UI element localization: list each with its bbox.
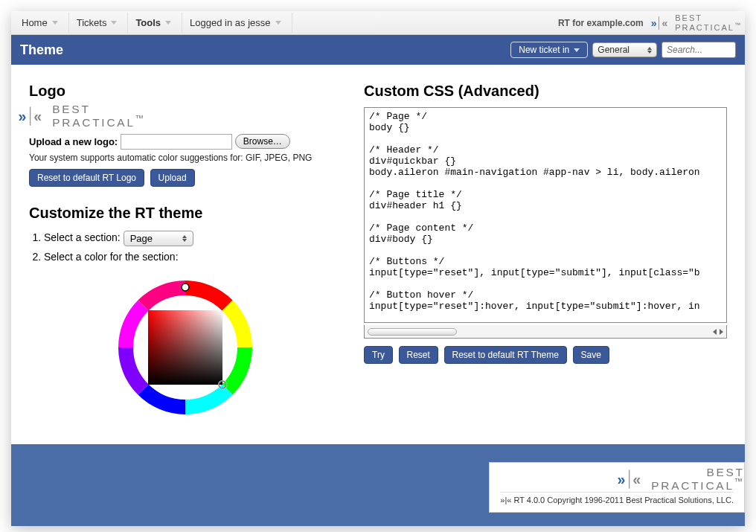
hue-marker	[182, 283, 189, 291]
menu-home-label: Home	[22, 17, 48, 28]
reset-theme-button[interactable]: Reset to default RT Theme	[444, 346, 567, 364]
search-input[interactable]	[662, 42, 736, 58]
app-window: Home Tickets Tools Logged in as jesse RT…	[11, 11, 745, 526]
chevron-left-icon: «	[632, 470, 641, 487]
customize-heading: Customize the RT theme	[29, 205, 342, 222]
brand-text-bottom: PRACTICAL	[675, 22, 734, 31]
horizontal-scrollbar[interactable]	[364, 325, 727, 339]
current-logo: » « BEST PRACTICAL™	[29, 107, 342, 125]
separator-icon	[659, 16, 659, 30]
step-1-label: Select a section:	[44, 231, 121, 243]
menu-tools-label: Tools	[135, 17, 161, 28]
trademark-icon: ™	[734, 22, 742, 28]
chevron-right-icon: »	[617, 470, 625, 487]
custom-css-textarea[interactable]	[364, 107, 727, 323]
scroll-right-icon[interactable]	[720, 329, 723, 335]
reset-logo-button[interactable]: Reset to default RT Logo	[29, 169, 144, 187]
step-2-label: Select a color for the section:	[44, 251, 179, 263]
menu-tickets-label: Tickets	[77, 17, 107, 28]
svg-rect-1	[148, 310, 222, 385]
upload-file-field[interactable]	[121, 134, 232, 150]
scroll-thumb[interactable]	[368, 328, 457, 336]
chevron-down-icon	[574, 48, 580, 52]
support-note: Your system supports automatic color sug…	[29, 153, 342, 163]
chevron-left-icon: «	[33, 108, 42, 124]
color-picker[interactable]	[29, 273, 342, 422]
brand-text-bottom: PRACTICAL	[651, 478, 734, 491]
queue-select-value: General	[598, 45, 630, 55]
left-column: Logo » « BEST PRACTICAL™ Upload a new lo…	[29, 80, 342, 422]
step-1: Select a section: Page	[44, 231, 342, 246]
page-header: Theme New ticket in General	[11, 35, 745, 65]
brand-text-bottom: PRACTICAL	[52, 116, 135, 129]
try-button[interactable]: Try	[364, 346, 393, 364]
section-select-value: Page	[130, 233, 153, 244]
separator-icon	[628, 469, 629, 488]
menu-home[interactable]: Home	[14, 13, 69, 33]
separator-icon	[30, 106, 31, 125]
page-title: Theme	[20, 42, 510, 58]
trademark-icon: ™	[135, 114, 146, 124]
step-2: Select a color for the section:	[44, 251, 342, 263]
logo-heading: Logo	[29, 83, 342, 100]
updown-icon	[182, 235, 187, 242]
menu-tickets[interactable]: Tickets	[69, 13, 129, 33]
upload-button[interactable]: Upload	[150, 169, 195, 187]
chevron-down-icon	[111, 21, 117, 25]
top-menubar: Home Tickets Tools Logged in as jesse RT…	[11, 11, 745, 35]
browse-button[interactable]: Browse…	[235, 134, 290, 149]
menu-tools[interactable]: Tools	[128, 13, 182, 33]
css-heading: Custom CSS (Advanced)	[364, 83, 727, 100]
chevron-right-icon: »	[651, 17, 657, 29]
section-select[interactable]: Page	[124, 231, 193, 246]
reset-button[interactable]: Reset	[399, 346, 438, 364]
upload-row: Upload a new logo: Browse…	[29, 134, 342, 150]
brand-logo: » « BEST PRACTICAL™	[651, 14, 742, 32]
customize-steps: Select a section: Page Select a color fo…	[29, 231, 342, 263]
brand-text-top: BEST	[651, 467, 745, 478]
updown-icon	[647, 47, 652, 54]
new-ticket-label: New ticket in	[519, 45, 569, 55]
save-button[interactable]: Save	[573, 346, 609, 364]
chevron-down-icon	[52, 21, 58, 25]
scroll-left-icon[interactable]	[713, 329, 717, 335]
footer-logo: » « BEST PRACTICAL™	[617, 467, 744, 491]
brand-text-top: BEST	[675, 14, 742, 22]
right-column: Custom CSS (Advanced) Try Reset Reset to…	[364, 80, 727, 422]
login-status-label: Logged in as jesse	[190, 17, 270, 28]
main-content: Logo » « BEST PRACTICAL™ Upload a new lo…	[11, 65, 745, 444]
chevron-down-icon	[275, 21, 281, 25]
queue-select[interactable]: General	[592, 42, 657, 57]
brand-text-top: BEST	[52, 103, 146, 115]
chevron-left-icon: «	[662, 17, 667, 29]
footer-box: » « BEST PRACTICAL™ »|« RT 4.0.0 Copyrig…	[489, 462, 745, 513]
css-buttons: Try Reset Reset to default RT Theme Save	[364, 346, 727, 364]
rt-for-label: RT for example.com	[558, 18, 644, 28]
chevron-down-icon	[165, 21, 171, 25]
login-status[interactable]: Logged in as jesse	[182, 13, 292, 33]
new-ticket-button[interactable]: New ticket in	[510, 42, 588, 58]
upload-label: Upload a new logo:	[29, 136, 118, 147]
chevron-right-icon: »	[19, 108, 27, 124]
copyright-text: »|« RT 4.0.0 Copyright 1996-2011 Best Pr…	[500, 492, 734, 504]
trademark-icon: ™	[734, 477, 744, 487]
footer: » « BEST PRACTICAL™ »|« RT 4.0.0 Copyrig…	[11, 444, 745, 526]
